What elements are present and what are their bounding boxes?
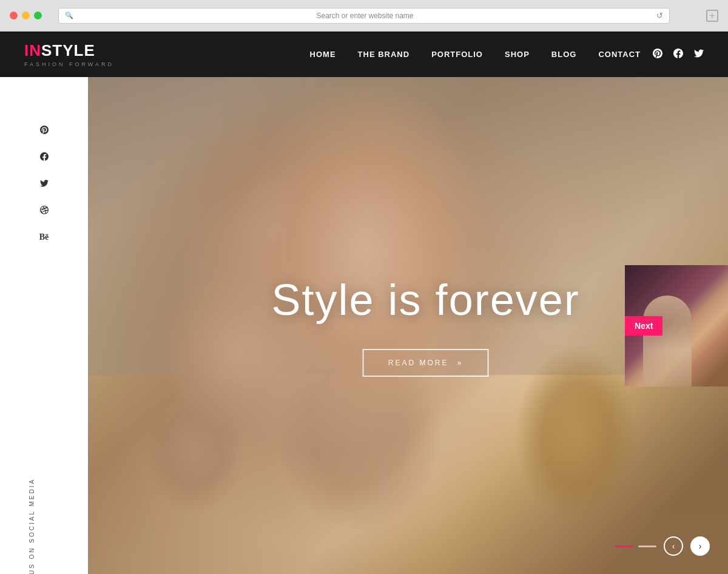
website-content: INSTYLE FASHION FORWARD HOME THE BRAND P… [0,32,728,574]
slider-dot-2[interactable] [638,545,656,547]
logo-style: STYLE [41,41,95,59]
nav-links: HOME THE BRAND PORTFOLIO SHOP BLOG CONTA… [310,50,641,59]
logo-in: IN [24,41,41,59]
hero-content: Style is forever READ MORE » [272,275,580,377]
sidebar-social: Bē FOLLOW US ON SOCIAL MEDIA [0,77,88,574]
nav-the-brand[interactable]: THE BRAND [358,50,410,59]
sidebar-dribbble-icon[interactable] [40,206,49,214]
new-tab-button[interactable]: + [706,10,718,22]
next-slide-label[interactable]: Next [625,316,662,336]
minimize-button[interactable] [22,12,30,19]
sidebar-follow-label: FOLLOW US ON SOCIAL MEDIA [29,478,35,574]
nav-facebook-icon[interactable] [673,49,683,61]
site-logo[interactable]: INSTYLE FASHION FORWARD [24,41,114,67]
search-icon: 🔍 [65,12,73,19]
logo-name: INSTYLE [24,41,114,60]
close-button[interactable] [10,12,18,19]
nav-contact[interactable]: CONTACT [598,50,641,59]
nav-home[interactable]: HOME [310,50,336,59]
nav-blog[interactable]: BLOG [551,50,577,59]
maximize-button[interactable] [34,12,42,19]
hero-cta-label: READ MORE [388,359,449,367]
next-slide-figure [643,295,692,387]
browser-chrome: 🔍 Search or enter website name ↺ + [0,0,728,32]
logo-tagline: FASHION FORWARD [24,61,114,67]
refresh-icon[interactable]: ↺ [656,11,663,20]
hero-read-more-button[interactable]: READ MORE » [363,349,489,377]
nav-shop[interactable]: SHOP [505,50,530,59]
address-text: Search or enter website name [77,12,653,20]
nav-portfolio[interactable]: PORTFOLIO [431,50,483,59]
next-slide-preview[interactable]: Next [625,265,728,387]
sidebar-pinterest-icon[interactable] [40,126,49,134]
nav-pinterest-icon[interactable] [653,49,662,61]
hero-section: Bē FOLLOW US ON SOCIAL MEDIA Style is fo… [0,77,728,574]
nav-twitter-icon[interactable] [694,49,704,61]
slider-dots [615,545,656,547]
browser-window-controls [10,12,42,19]
sidebar-facebook-icon[interactable] [40,152,49,161]
hero-title: Style is forever [272,275,580,325]
hero-cta-arrow: » [457,359,463,367]
nav-social-icons [653,49,704,61]
sidebar-twitter-icon[interactable] [40,179,49,187]
navbar: INSTYLE FASHION FORWARD HOME THE BRAND P… [0,32,728,77]
slider-prev-button[interactable]: ‹ [664,536,683,556]
sidebar-behance-icon[interactable]: Bē [39,232,49,242]
address-bar[interactable]: 🔍 Search or enter website name ↺ [58,8,670,24]
slider-dot-1[interactable] [615,545,633,547]
slider-next-button[interactable]: › [690,536,710,556]
slider-controls: ‹ › [615,536,710,556]
